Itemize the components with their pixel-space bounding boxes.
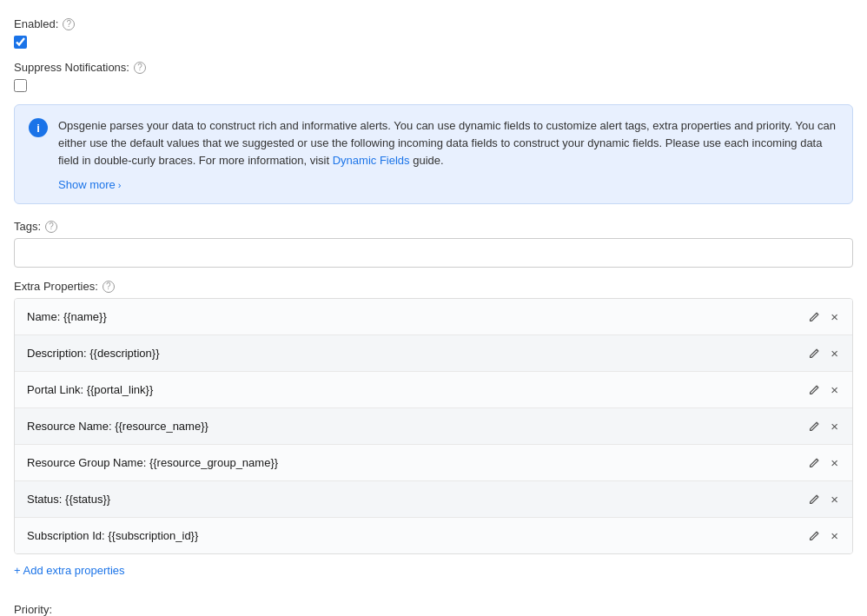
edit-icon xyxy=(808,421,820,433)
extra-properties-label-text: Extra Properties: xyxy=(14,280,98,293)
property-row: Description: {{description}} × xyxy=(15,335,852,372)
edit-property-button[interactable] xyxy=(806,309,822,325)
tags-label-text: Tags: xyxy=(14,220,41,233)
close-icon: × xyxy=(831,455,838,470)
edit-property-button[interactable] xyxy=(806,419,822,434)
property-actions: × xyxy=(806,454,840,472)
show-more-link[interactable]: Show more › xyxy=(58,178,121,191)
edit-property-button[interactable] xyxy=(806,346,822,361)
property-actions: × xyxy=(806,527,840,545)
add-extra-properties-link[interactable]: + Add extra properties xyxy=(14,564,125,577)
edit-icon xyxy=(808,311,820,323)
suppress-notifications-field: Suppress Notifications: ? xyxy=(14,61,853,92)
delete-property-button[interactable]: × xyxy=(829,344,840,362)
enabled-checkbox-wrapper xyxy=(14,36,853,49)
tags-input[interactable] xyxy=(14,238,853,268)
edit-property-button[interactable] xyxy=(806,528,822,544)
property-row: Portal Link: {{portal_link}} × xyxy=(15,372,852,408)
edit-icon xyxy=(808,348,820,360)
property-actions: × xyxy=(806,344,840,362)
close-icon: × xyxy=(831,492,838,507)
suppress-checkbox-wrapper xyxy=(14,79,853,92)
edit-property-button[interactable] xyxy=(806,455,822,471)
close-icon: × xyxy=(831,382,838,397)
property-row: Resource Group Name: {{resource_group_na… xyxy=(15,445,852,481)
info-text-part1: Opsgenie parses your data to construct r… xyxy=(58,119,836,167)
property-actions: × xyxy=(806,417,840,435)
edit-property-button[interactable] xyxy=(806,492,822,507)
dynamic-fields-link[interactable]: Dynamic Fields xyxy=(333,154,410,167)
extra-properties-field: Extra Properties: ? Name: {{name}} × Des… xyxy=(14,280,853,591)
priority-label: Priority: xyxy=(14,603,853,616)
property-row: Status: {{status}} × xyxy=(15,481,852,518)
close-icon: × xyxy=(831,346,838,361)
show-more-text: Show more xyxy=(58,178,116,191)
property-text: Portal Link: {{portal_link}} xyxy=(27,383,153,396)
close-icon: × xyxy=(831,419,838,434)
delete-property-button[interactable]: × xyxy=(829,527,840,545)
suppress-label-text: Suppress Notifications: xyxy=(14,61,129,74)
suppress-help-icon[interactable]: ? xyxy=(134,62,146,74)
delete-property-button[interactable]: × xyxy=(829,308,840,326)
tags-field: Tags: ? xyxy=(14,220,853,268)
edit-property-button[interactable] xyxy=(806,382,822,398)
edit-icon xyxy=(808,384,820,396)
info-box: i Opsgenie parses your data to construct… xyxy=(14,104,853,204)
property-row: Name: {{name}} × xyxy=(15,299,852,335)
edit-icon xyxy=(808,493,820,506)
property-text: Name: {{name}} xyxy=(27,310,107,323)
delete-property-button[interactable]: × xyxy=(829,454,840,472)
edit-icon xyxy=(808,457,820,469)
extra-properties-list: Name: {{name}} × Description: {{descript… xyxy=(14,298,853,554)
delete-property-button[interactable]: × xyxy=(829,381,840,399)
info-text-part2: guide. xyxy=(410,154,444,167)
priority-field: Priority: {{priority}} P1 P2 P3 P4 P5 ▾ xyxy=(14,603,853,616)
priority-label-text: Priority: xyxy=(14,603,52,616)
show-more-chevron-icon: › xyxy=(118,180,122,190)
property-actions: × xyxy=(806,308,840,326)
property-text: Resource Group Name: {{resource_group_na… xyxy=(27,456,278,469)
property-actions: × xyxy=(806,490,840,508)
info-box-content: Opsgenie parses your data to construct r… xyxy=(58,117,838,191)
property-row: Subscription Id: {{subscription_id}} × xyxy=(15,518,852,553)
edit-icon xyxy=(808,530,820,542)
property-row: Resource Name: {{resource_name}} × xyxy=(15,408,852,445)
property-text: Resource Name: {{resource_name}} xyxy=(27,420,208,433)
suppress-notifications-label: Suppress Notifications: ? xyxy=(14,61,853,74)
tags-label: Tags: ? xyxy=(14,220,853,233)
enabled-checkbox[interactable] xyxy=(14,36,27,49)
enabled-label-text: Enabled: xyxy=(14,17,58,30)
close-icon: × xyxy=(831,309,838,324)
enabled-field: Enabled: ? xyxy=(14,17,853,49)
property-actions: × xyxy=(806,381,840,399)
extra-properties-label: Extra Properties: ? xyxy=(14,280,853,293)
info-box-text: Opsgenie parses your data to construct r… xyxy=(58,117,838,169)
suppress-checkbox[interactable] xyxy=(14,79,27,92)
property-text: Subscription Id: {{subscription_id}} xyxy=(27,529,198,542)
extra-properties-help-icon[interactable]: ? xyxy=(103,281,115,293)
property-text: Status: {{status}} xyxy=(27,493,110,506)
info-icon: i xyxy=(29,118,48,137)
delete-property-button[interactable]: × xyxy=(829,490,840,508)
tags-help-icon[interactable]: ? xyxy=(45,221,57,233)
delete-property-button[interactable]: × xyxy=(829,417,840,435)
enabled-label: Enabled: ? xyxy=(14,17,853,30)
close-icon: × xyxy=(831,528,838,543)
enabled-help-icon[interactable]: ? xyxy=(63,18,75,30)
property-text: Description: {{description}} xyxy=(27,347,159,360)
